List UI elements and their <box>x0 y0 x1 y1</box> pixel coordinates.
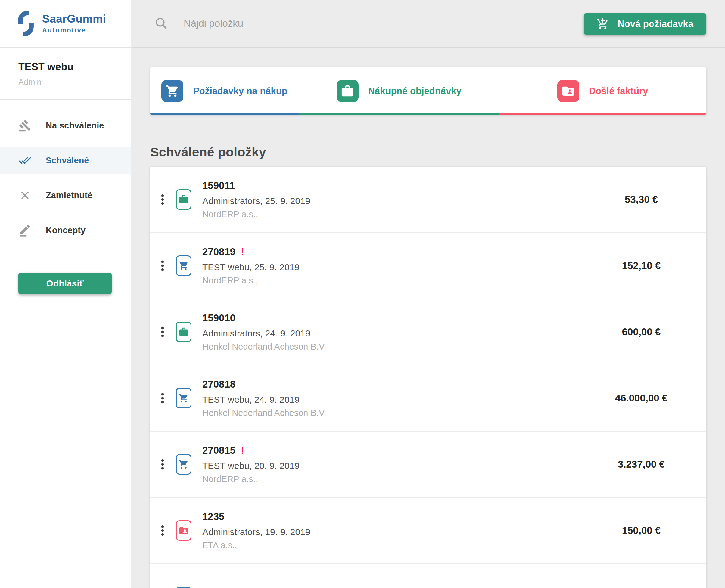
row-menu-button[interactable] <box>155 390 170 406</box>
item-id: 270815! <box>202 445 590 456</box>
user-name: TEST webu <box>18 61 131 72</box>
row-text: 159011Administrators, 25. 9. 2019NordERP… <box>202 180 590 219</box>
new-request-label: Nová požiadavka <box>618 19 693 29</box>
row-type-badge <box>176 322 192 342</box>
tab-label: Nákupné objednávky <box>368 86 462 97</box>
tabs-bar: Požiadavky na nákupNákupné objednávkyDoš… <box>150 67 706 114</box>
cart-icon <box>179 260 189 271</box>
tab-label: Požiadavky na nákup <box>193 86 287 97</box>
tab-accent-bar <box>150 112 299 114</box>
briefcase-icon <box>337 80 359 102</box>
row-text: 270819!TEST webu, 25. 9. 2019NordERP a.s… <box>202 246 590 286</box>
list-item-270819[interactable]: 270819!TEST webu, 25. 9. 2019NordERP a.s… <box>150 233 706 299</box>
close-icon <box>19 189 31 202</box>
row-type-badge <box>176 520 192 541</box>
item-id: 159011 <box>202 180 590 191</box>
page-title: Schválené položky <box>150 145 706 160</box>
sidebar-item-zamietnut[interactable]: Zamietnuté <box>0 182 131 209</box>
add-cart-icon <box>597 18 609 30</box>
item-price: 152,10 € <box>590 260 692 271</box>
folder-user-icon <box>561 84 575 98</box>
item-meta: TEST webu, 25. 9. 2019 <box>202 262 590 272</box>
row-text: 270815!TEST webu, 20. 9. 2019NordERP a.s… <box>202 445 590 484</box>
item-supplier: Henkel Nederland Acheson B.V, <box>202 342 590 352</box>
item-id: 270818 <box>202 379 590 390</box>
alert-icon: ! <box>241 246 244 257</box>
sidebar-item-label: Koncepty <box>46 225 85 235</box>
tab-label: Došlé faktúry <box>589 86 648 97</box>
row-text: 1235Administrators, 19. 9. 2019ETA a.s., <box>202 511 590 550</box>
more-vert-icon <box>155 457 170 472</box>
edit-icon <box>19 224 31 236</box>
item-meta: Administrators, 19. 9. 2019 <box>202 527 590 537</box>
more-vert-icon <box>155 390 170 406</box>
more-vert-icon <box>155 258 170 274</box>
tab-accent-bar <box>499 112 706 114</box>
sidebar-item-schv-len[interactable]: Schválené <box>0 147 131 174</box>
sidebar: SaarGummi Automotive TEST webu Admin Na … <box>0 0 131 588</box>
logout-button[interactable]: Odhlásiť <box>18 273 112 294</box>
list-item-159010[interactable]: 159010Administrators, 24. 9. 2019Henkel … <box>150 299 706 365</box>
row-type-badge <box>176 587 192 588</box>
row-text: 159010Administrators, 24. 9. 2019Henkel … <box>202 312 590 352</box>
briefcase-icon <box>179 194 189 205</box>
cart-icon <box>166 84 179 98</box>
done-all-icon <box>19 154 31 167</box>
list-item-270812[interactable]: 270812 <box>150 564 706 588</box>
sidebar-item-koncepty[interactable]: Koncepty <box>0 216 131 244</box>
item-price: 150,00 € <box>590 525 692 536</box>
main-area: Nová požiadavka Požiadavky na nákupNákup… <box>132 0 725 588</box>
tab-n-kupn-objedn-vky[interactable]: Nákupné objednávky <box>299 67 499 114</box>
user-info: TEST webu Admin <box>0 47 131 100</box>
search-icon <box>154 16 168 31</box>
row-text: 270818TEST webu, 24. 9. 2019Henkel Neder… <box>202 379 590 418</box>
cart-icon <box>179 459 189 469</box>
row-menu-button[interactable] <box>155 457 170 472</box>
add-cart-icon <box>597 18 609 30</box>
item-id: 159010 <box>202 312 590 324</box>
tab-po-iadavky-na-n-kup[interactable]: Požiadavky na nákup <box>150 67 299 114</box>
item-supplier: ETA a.s., <box>202 541 590 550</box>
row-menu-button[interactable] <box>155 258 170 274</box>
sidebar-item-label: Schválené <box>46 155 89 166</box>
item-meta: TEST webu, 24. 9. 2019 <box>202 395 590 405</box>
top-header: Nová požiadavka <box>132 0 725 47</box>
item-supplier: NordERP a.s., <box>202 209 590 219</box>
content: Požiadavky na nákupNákupné objednávkyDoš… <box>132 67 725 588</box>
saargummi-logo-icon <box>18 10 34 37</box>
row-menu-button[interactable] <box>155 523 170 538</box>
item-id: 270819! <box>202 246 590 257</box>
item-id: 1235 <box>202 511 590 522</box>
new-request-button[interactable]: Nová požiadavka <box>584 13 706 35</box>
item-price: 3.237,00 € <box>590 459 692 470</box>
item-meta: TEST webu, 20. 9. 2019 <box>202 461 590 471</box>
briefcase-icon <box>341 84 355 98</box>
search-input[interactable] <box>183 18 400 29</box>
brand-subtitle: Automotive <box>42 26 106 34</box>
list-item-270818[interactable]: 270818TEST webu, 24. 9. 2019Henkel Neder… <box>150 365 706 432</box>
sidebar-item-na-schv-lenie[interactable]: Na schválenie <box>0 112 131 139</box>
more-vert-icon <box>155 192 170 207</box>
cart-icon <box>179 393 189 403</box>
row-type-badge <box>176 255 192 276</box>
list-item-1235[interactable]: 1235Administrators, 19. 9. 2019ETA a.s.,… <box>150 498 706 564</box>
briefcase-icon <box>179 327 189 337</box>
more-vert-icon <box>155 523 170 538</box>
list-item-159011[interactable]: 159011Administrators, 25. 9. 2019NordERP… <box>150 167 706 233</box>
tab-do-l-fakt-ry[interactable]: Došlé faktúry <box>499 67 706 114</box>
item-supplier: NordERP a.s., <box>202 474 590 484</box>
gavel-icon <box>19 119 31 132</box>
approved-items-list: 159011Administrators, 25. 9. 2019NordERP… <box>150 167 706 588</box>
tab-accent-bar <box>299 112 499 114</box>
folder-user-icon <box>557 80 579 102</box>
item-meta: Administrators, 25. 9. 2019 <box>202 196 590 206</box>
user-role: Admin <box>18 78 131 87</box>
brand-logo: SaarGummi Automotive <box>0 0 131 47</box>
row-menu-button[interactable] <box>155 192 170 207</box>
brand-name: SaarGummi <box>42 13 106 25</box>
item-supplier: NordERP a.s., <box>202 276 590 286</box>
row-menu-button[interactable] <box>155 324 170 340</box>
list-item-270815[interactable]: 270815!TEST webu, 20. 9. 2019NordERP a.s… <box>150 432 706 498</box>
item-price: 53,30 € <box>590 194 692 205</box>
row-type-badge <box>176 388 192 408</box>
